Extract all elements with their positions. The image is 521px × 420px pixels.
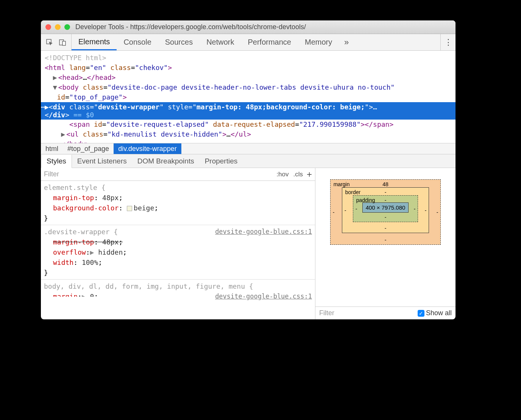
crumb-html[interactable]: html: [41, 143, 63, 154]
span-node[interactable]: <span id="devsite-request-elapsed" data-…: [45, 120, 455, 129]
dom-tree[interactable]: <!DOCTYPE html> <html lang="en" class="c…: [41, 51, 455, 143]
wrapper-rule-block[interactable]: .devsite-wrapper {devsite-google-blue.cs…: [41, 225, 315, 280]
stab-styles[interactable]: Styles: [41, 155, 72, 168]
tab-performance[interactable]: Performance: [241, 34, 298, 50]
cls-toggle[interactable]: .cls: [293, 171, 303, 178]
stab-dom-bp[interactable]: DOM Breakpoints: [132, 154, 200, 168]
color-swatch-icon[interactable]: [127, 206, 132, 211]
computed-filter-row: Filter ✓ Show all: [315, 306, 455, 319]
tab-network[interactable]: Network: [200, 34, 241, 50]
source-link[interactable]: devsite-google-blue.css:1: [215, 227, 312, 237]
crumb-body[interactable]: #top_of_page: [63, 143, 114, 154]
box-content-dims[interactable]: 400 × 7975.080: [362, 202, 409, 213]
styles-tabs: Styles Event Listeners DOM Breakpoints P…: [41, 154, 455, 168]
computed-panel: margin 48 - - - border - - - - padding -: [315, 168, 455, 319]
global-rule-block[interactable]: body, div, dl, dd, form, img, input, fig…: [41, 280, 315, 303]
selected-dom-node[interactable]: ⋯ ▶<div class="devsite-wrapper" style="m…: [41, 102, 455, 120]
hov-toggle[interactable]: :hov: [276, 171, 289, 178]
settings-menu-icon[interactable]: ⋮: [440, 34, 455, 50]
device-toolbar-icon[interactable]: [57, 37, 68, 48]
show-all-checkbox[interactable]: ✓: [418, 310, 424, 317]
panel-tabs: Elements Console Sources Network Perform…: [72, 34, 440, 50]
body-node-cont[interactable]: id="top_of_page">: [45, 92, 455, 102]
crumb-selected[interactable]: div.devsite-wrapper: [114, 143, 181, 154]
tab-console[interactable]: Console: [117, 34, 158, 50]
minimize-window-icon[interactable]: [55, 24, 61, 30]
tab-sources[interactable]: Sources: [158, 34, 200, 50]
stab-listeners[interactable]: Event Listeners: [72, 154, 132, 168]
styles-filter-row: Filter :hov .cls +: [41, 168, 315, 181]
show-all-label[interactable]: Show all: [426, 309, 452, 317]
dom-breadcrumbs: html #top_of_page div.devsite-wrapper: [41, 143, 455, 154]
head-node[interactable]: ▶<head>…</head>: [45, 73, 455, 82]
ul-node[interactable]: ▶<ul class="kd-menulist devsite-hidden">…: [45, 129, 455, 139]
inspect-element-icon[interactable]: [44, 37, 55, 48]
html-node[interactable]: <html lang="en" class="chekov">: [45, 63, 455, 73]
body-node[interactable]: ▼<body class="devsite-doc-page devsite-h…: [45, 82, 455, 92]
close-window-icon[interactable]: [45, 24, 51, 30]
tab-elements[interactable]: Elements: [72, 34, 117, 50]
element-style-block[interactable]: element.style { margin-top: 48px; backgr…: [41, 181, 315, 225]
doctype-node[interactable]: <!DOCTYPE html>: [45, 54, 106, 62]
traffic-lights: [45, 24, 70, 30]
tab-memory[interactable]: Memory: [298, 34, 339, 50]
devtools-window: Developer Tools - https://developers.goo…: [41, 20, 455, 319]
stab-properties[interactable]: Properties: [200, 154, 243, 168]
source-link[interactable]: devsite-google-blue.css:1: [215, 291, 312, 302]
window-title: Developer Tools - https://developers.goo…: [75, 23, 306, 31]
zoom-window-icon[interactable]: [64, 24, 70, 30]
svg-rect-2: [62, 41, 66, 45]
lower-panels: Filter :hov .cls + element.style { margi…: [41, 168, 455, 319]
window-titlebar[interactable]: Developer Tools - https://developers.goo…: [41, 20, 455, 34]
toolbar-icons: [41, 34, 72, 50]
styles-filter-input[interactable]: Filter: [44, 170, 59, 178]
more-tabs-icon[interactable]: »: [339, 37, 354, 47]
new-style-rule-icon[interactable]: +: [307, 169, 312, 180]
computed-filter-input[interactable]: Filter: [319, 309, 334, 317]
devtools-toolbar: Elements Console Sources Network Perform…: [41, 34, 455, 51]
box-model-diagram[interactable]: margin 48 - - - border - - - - padding -: [315, 168, 455, 306]
body-close-node[interactable]: </body>: [45, 139, 455, 143]
styles-panel: Filter :hov .cls + element.style { margi…: [41, 168, 315, 319]
